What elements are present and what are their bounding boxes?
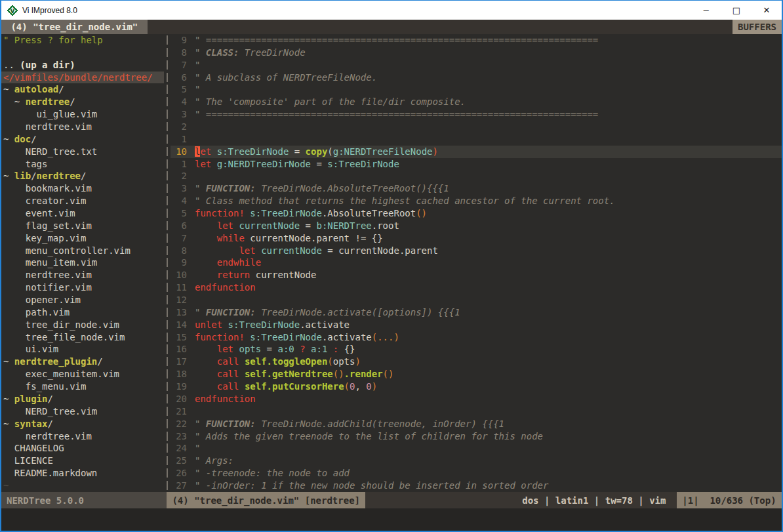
nerdtree-row[interactable]: ui.vim	[1, 343, 164, 356]
code-line[interactable]: 20endfunction	[171, 393, 782, 405]
nerdtree-row[interactable]: key_map.vim	[1, 232, 164, 245]
editor-panel: 9" =====================================…	[171, 34, 782, 492]
line-number: 2	[171, 170, 187, 182]
nerdtree-row[interactable]: README.markdown	[1, 467, 164, 480]
nerdtree-row[interactable]: tree_file_node.vim	[1, 331, 164, 344]
code-line[interactable]: 25" Args:	[171, 455, 782, 467]
code-line[interactable]: 5function! s:TreeDirNode.AbsoluteTreeRoo…	[171, 207, 782, 220]
nerdtree-row[interactable]: ~ autoload/	[1, 83, 164, 96]
nerdtree-row[interactable]: path.vim	[1, 306, 164, 319]
code-line[interactable]: 22" FUNCTION: TreeDirNode.addChild(treen…	[171, 418, 782, 430]
code-line[interactable]: 11endfunction	[171, 281, 782, 294]
nerdtree-row[interactable]: nerdtree.vim	[1, 269, 164, 281]
code-line[interactable]: 26" -treenode: the node to add	[171, 467, 782, 480]
nerdtree-row[interactable]: ui_glue.vim	[1, 108, 164, 121]
line-number: 26	[171, 467, 187, 480]
code-line[interactable]: 7"	[171, 59, 782, 72]
nerdtree-row[interactable]: tree_dir_node.vim	[1, 319, 164, 331]
line-number: 27	[171, 480, 187, 492]
nerdtree-row[interactable]	[1, 47, 164, 59]
title-bar: V Vi IMproved 8.0 − □ ✕	[1, 1, 782, 20]
code-line[interactable]: 10 return currentNode	[171, 269, 782, 281]
code-line[interactable]: 3" =====================================…	[171, 108, 782, 121]
line-number: 11	[171, 281, 187, 294]
nerdtree-row[interactable]: ~ syntax/	[1, 418, 164, 430]
nerdtree-row[interactable]: ~	[1, 480, 164, 492]
minimize-button[interactable]: −	[691, 1, 721, 20]
code-line[interactable]: 1let g:NERDTreeDirNode = s:TreeDirNode	[171, 158, 782, 171]
nerdtree-row[interactable]: menu_controller.vim	[1, 245, 164, 257]
code-line[interactable]: 16 let opts = a:0 ? a:1 : {}	[171, 343, 782, 356]
code-line[interactable]: 15function! s:TreeDirNode.activate(...)	[171, 331, 782, 344]
svg-text:V: V	[10, 7, 15, 14]
statusline-fileinfo: dos | latin1 | tw=78 | vim	[522, 492, 672, 508]
statusline-position: |1| 10/636 (Top)	[677, 492, 782, 508]
code-line[interactable]: 13" FUNCTION: TreeDirNode.activate([opti…	[171, 306, 782, 319]
nerdtree-row[interactable]: .. (up a dir)	[1, 59, 164, 72]
code-line[interactable]: 3" FUNCTION: TreeDirNode.AbsoluteTreeRoo…	[171, 182, 782, 195]
nerdtree-row[interactable]: bookmark.vim	[1, 182, 164, 195]
code-line[interactable]: 21	[171, 405, 782, 418]
nerdtree-row[interactable]: ~ nerdtree_plugin/	[1, 356, 164, 368]
nerdtree-row[interactable]: opener.vim	[1, 294, 164, 306]
line-number: 17	[171, 356, 187, 368]
line-number: 6	[171, 220, 187, 232]
code-line[interactable]: 14unlet s:TreeDirNode.activate	[171, 319, 782, 331]
code-line[interactable]: 17 call self.toggleOpen(opts)	[171, 356, 782, 368]
code-line[interactable]: 1	[171, 133, 782, 146]
code-line[interactable]: 10let s:TreeDirNode = copy(g:NERDTreeFil…	[171, 146, 782, 158]
window-separator[interactable]	[164, 34, 171, 492]
code-line[interactable]: 23" Adds the given treenode to the list …	[171, 430, 782, 443]
code-line[interactable]: 19 call self.putCursorHere(0, 0)	[171, 380, 782, 393]
nerdtree-root-path[interactable]: </vimfiles/bundle/nerdtree/	[1, 72, 164, 84]
nerdtree-panel: " Press ? for help .. (up a dir)</vimfil…	[1, 34, 164, 492]
nerdtree-row[interactable]: event.vim	[1, 207, 164, 220]
code-line[interactable]: 27" -inOrder: 1 if the new node should b…	[171, 480, 782, 492]
vim-icon[interactable]: V	[7, 5, 18, 16]
nerdtree-row[interactable]: flag_set.vim	[1, 220, 164, 232]
line-number: 2	[171, 121, 187, 133]
nerdtree-row[interactable]: NERD_tree.txt	[1, 146, 164, 158]
tabline-fill	[148, 20, 733, 34]
code-line[interactable]: 9" =====================================…	[171, 34, 782, 47]
line-number: 4	[171, 195, 187, 207]
command-line[interactable]	[1, 508, 782, 531]
code-line[interactable]: 12	[171, 294, 782, 306]
nerdtree-row[interactable]: ~ plugin/	[1, 393, 164, 405]
nerdtree-row[interactable]: menu_item.vim	[1, 256, 164, 269]
line-number: 23	[171, 430, 187, 443]
close-button[interactable]: ✕	[752, 1, 782, 20]
code-line[interactable]: 6" A subclass of NERDTreeFileNode.	[171, 72, 782, 84]
maximize-button[interactable]: □	[721, 1, 752, 20]
nerdtree-row[interactable]: nerdtree.vim	[1, 121, 164, 133]
tab-tree-dir-node[interactable]: (4) "tree_dir_node.vim"	[1, 20, 148, 34]
line-number: 16	[171, 343, 187, 356]
status-line: NERDTree 5.0.0 (4) "tree_dir_node.vim" […	[1, 492, 782, 508]
nerdtree-row[interactable]: nerdtree.vim	[1, 430, 164, 443]
nerdtree-row[interactable]: tags	[1, 158, 164, 171]
nerdtree-row[interactable]: exec_menuitem.vim	[1, 368, 164, 380]
nerdtree-row[interactable]: CHANGELOG	[1, 442, 164, 455]
line-number: 1	[171, 133, 187, 146]
code-line[interactable]: 4" The 'composite' part of the file/dir …	[171, 96, 782, 108]
code-line[interactable]: 2	[171, 121, 782, 133]
code-line[interactable]: 24"	[171, 442, 782, 455]
nerdtree-row[interactable]: creator.vim	[1, 195, 164, 207]
code-line[interactable]: 9 endwhile	[171, 256, 782, 269]
code-line[interactable]: 8 let currentNode = currentNode.parent	[171, 245, 782, 257]
code-line[interactable]: 2	[171, 170, 782, 182]
nerdtree-row[interactable]: ~ nerdtree/	[1, 96, 164, 108]
code-line[interactable]: 7 while currentNode.parent != {}	[171, 232, 782, 245]
code-line[interactable]: 8" CLASS: TreeDirNode	[171, 47, 782, 59]
nerdtree-row[interactable]: " Press ? for help	[1, 34, 164, 47]
nerdtree-row[interactable]: fs_menu.vim	[1, 380, 164, 393]
nerdtree-row[interactable]: ~ doc/	[1, 133, 164, 146]
code-line[interactable]: 6 let currentNode = b:NERDTree.root	[171, 220, 782, 232]
nerdtree-row[interactable]: notifier.vim	[1, 281, 164, 294]
code-line[interactable]: 5"	[171, 83, 782, 96]
code-line[interactable]: 4" Class method that returns the highest…	[171, 195, 782, 207]
nerdtree-row[interactable]: ~ lib/nerdtree/	[1, 170, 164, 182]
nerdtree-row[interactable]: NERD_tree.vim	[1, 405, 164, 418]
nerdtree-row[interactable]: LICENCE	[1, 455, 164, 467]
code-line[interactable]: 18 call self.getNerdtree().render()	[171, 368, 782, 380]
